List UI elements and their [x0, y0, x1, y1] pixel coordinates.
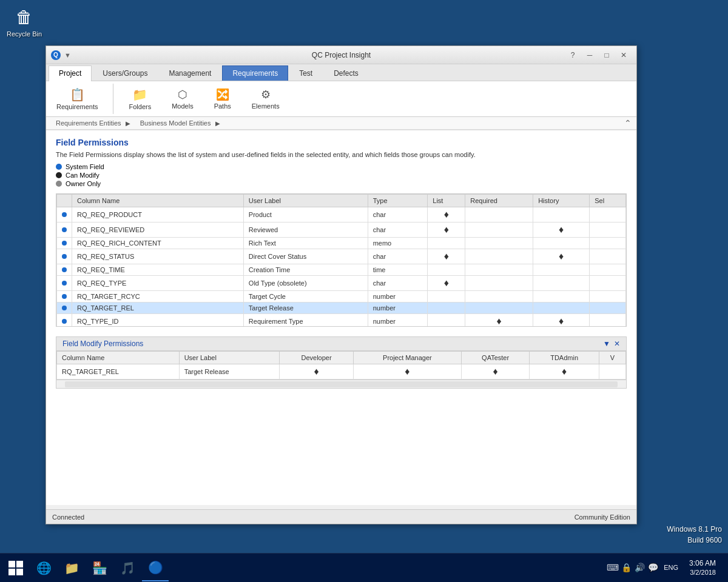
- table-row[interactable]: RQ_REQ_STATUS Direct Cover Status char ♦…: [57, 249, 626, 264]
- sub-col-header-developer[interactable]: Developer: [280, 352, 354, 364]
- sub-col-header-tdadmin[interactable]: TDAdmin: [530, 352, 599, 364]
- sub-table-wrapper[interactable]: Column Name User Label Developer Project…: [56, 351, 626, 380]
- cell-history: [533, 264, 590, 276]
- system-clock[interactable]: 3:06 AM 3/2/2018: [684, 559, 721, 577]
- sub-cell-project-manager: ♦: [354, 364, 462, 380]
- col-header-history[interactable]: History: [533, 195, 590, 207]
- recycle-bin[interactable]: 🗑 Recycle Bin: [6, 5, 42, 38]
- row-indicator: [57, 276, 72, 291]
- cell-list: ♦: [428, 249, 465, 264]
- sub-panel-body: Column Name User Label Developer Project…: [56, 351, 626, 388]
- sub-scroll-track: [65, 381, 618, 387]
- sub-panel-dropdown-icon[interactable]: ▼: [603, 340, 610, 348]
- cell-list: [428, 264, 465, 276]
- folders-label: Folders: [129, 103, 151, 110]
- windows-version: Windows 8.1 Pro: [667, 524, 722, 535]
- minimize-button[interactable]: ─: [582, 49, 598, 61]
- lock-icon[interactable]: 🔒: [621, 563, 631, 572]
- close-button[interactable]: ✕: [616, 49, 632, 61]
- sub-panel-controls: ▼ ✕: [603, 340, 620, 348]
- table-row[interactable]: RQ_TARGET_REL Target Release number: [57, 303, 626, 314]
- keyboard-icon[interactable]: ⌨: [608, 563, 618, 572]
- blue-dot: [62, 241, 67, 246]
- system-field-dot: [56, 164, 62, 170]
- sub-cell-user-label: Target Release: [179, 364, 279, 380]
- ribbon-requirements-entities[interactable]: Requirements Entities ▶: [51, 118, 135, 128]
- elements-icon: ⚙: [261, 88, 271, 101]
- table-row[interactable]: RQ_REQ_TIME Creation Time time: [57, 264, 626, 276]
- toolbar-requirements[interactable]: 📋 Requirements: [51, 84, 103, 113]
- sub-col-header-qatester[interactable]: QATester: [461, 352, 530, 364]
- sub-col-header-user-label[interactable]: User Label: [179, 352, 279, 364]
- cell-list: ♦: [428, 276, 465, 291]
- col-header-sel[interactable]: Sel: [590, 195, 626, 207]
- cell-history: [533, 238, 590, 249]
- table-row[interactable]: RQ_REQ_RICH_CONTENT Rich Text memo: [57, 238, 626, 249]
- row-indicator: [57, 314, 72, 327]
- cell-type: char: [368, 276, 428, 291]
- table-row[interactable]: RQ_TARGET_RCYC Target Cycle number: [57, 291, 626, 303]
- sub-table-row[interactable]: RQ_TARGET_REL Target Release ♦ ♦ ♦ ♦: [57, 364, 626, 380]
- tab-defects[interactable]: Defects: [323, 65, 369, 81]
- tab-test[interactable]: Test: [289, 65, 323, 81]
- cell-col-name: RQ_REQ_REVIEWED: [72, 222, 244, 238]
- field-modify-panel: Field Modify Permissions ▼ ✕ Column Name…: [56, 336, 627, 389]
- field-modify-table: Column Name User Label Developer Project…: [56, 351, 626, 380]
- field-permissions-table: Column Name User Label Type List Require…: [56, 194, 626, 327]
- taskbar-ie[interactable]: 🌐: [30, 555, 57, 581]
- field-permissions-table-wrapper[interactable]: Column Name User Label Type List Require…: [56, 193, 627, 327]
- sub-cell-v: [599, 364, 625, 380]
- ribbon-business-model-entities[interactable]: Business Model Entities ▶: [135, 118, 225, 128]
- sub-panel-close-icon[interactable]: ✕: [614, 340, 620, 348]
- clock-date: 3/2/2018: [689, 568, 716, 577]
- cell-user-label: Requirement Type: [243, 314, 368, 327]
- message-icon[interactable]: 💬: [648, 563, 658, 572]
- sub-col-header-column-name[interactable]: Column Name: [57, 352, 180, 364]
- cell-user-label: Direct Cover Status: [243, 249, 368, 264]
- tab-users-groups[interactable]: Users/Groups: [92, 65, 158, 81]
- taskbar-media[interactable]: 🎵: [114, 555, 141, 581]
- content-area: Field Permissions The Field Permissions …: [46, 130, 636, 505]
- owner-only-dot: [56, 181, 62, 187]
- start-button[interactable]: [2, 555, 29, 581]
- tab-requirements[interactable]: Requirements: [222, 65, 288, 81]
- toolbar-paths[interactable]: 🔀 Paths: [209, 85, 237, 113]
- toolbar-folders[interactable]: 📁 Folders: [123, 84, 157, 113]
- sound-icon[interactable]: 🔊: [635, 563, 644, 572]
- language-indicator[interactable]: ENG: [661, 564, 681, 571]
- models-icon: ⬡: [178, 88, 187, 101]
- row-indicator: [57, 207, 72, 222]
- cell-history: [533, 276, 590, 291]
- requirements-icon: 📋: [70, 87, 85, 102]
- taskbar-qc[interactable]: 🔵: [142, 555, 169, 581]
- toolbar-models[interactable]: ⬡ Models: [166, 85, 198, 113]
- quick-access: ▼: [64, 52, 71, 59]
- tab-project[interactable]: Project: [49, 65, 92, 81]
- blue-dot: [62, 319, 67, 324]
- cell-list: [428, 291, 465, 303]
- taskbar-files[interactable]: 📁: [58, 555, 85, 581]
- maximize-button[interactable]: □: [599, 49, 615, 61]
- sub-col-header-v[interactable]: V: [599, 352, 625, 364]
- table-row[interactable]: RQ_REQ_PRODUCT Product char ♦: [57, 207, 626, 222]
- col-header-required[interactable]: Required: [465, 195, 533, 207]
- help-button[interactable]: ?: [565, 49, 581, 61]
- taskbar-appstore[interactable]: 🏪: [86, 555, 113, 581]
- cell-history: [533, 303, 590, 314]
- table-row[interactable]: RQ_REQ_REVIEWED Reviewed char ♦ ♦: [57, 222, 626, 238]
- col-header-column-name[interactable]: Column Name: [72, 195, 244, 207]
- col-header-type[interactable]: Type: [368, 195, 428, 207]
- legend-owner-only: Owner Only: [56, 180, 627, 187]
- cell-sel: [590, 276, 626, 291]
- col-header-list[interactable]: List: [428, 195, 465, 207]
- sub-table-hscroll[interactable]: [56, 380, 626, 388]
- cell-required: [465, 238, 533, 249]
- toolbar-elements[interactable]: ⚙ Elements: [246, 85, 285, 113]
- row-indicator: [57, 238, 72, 249]
- table-row[interactable]: RQ_TYPE_ID Requirement Type number ♦ ♦: [57, 314, 626, 327]
- tab-management[interactable]: Management: [158, 65, 221, 81]
- col-header-user-label[interactable]: User Label: [243, 195, 368, 207]
- ribbon-collapse-btn[interactable]: ⌃: [624, 118, 632, 128]
- table-row[interactable]: RQ_REQ_TYPE Old Type (obsolete) char ♦: [57, 276, 626, 291]
- sub-col-header-project-manager[interactable]: Project Manager: [354, 352, 462, 364]
